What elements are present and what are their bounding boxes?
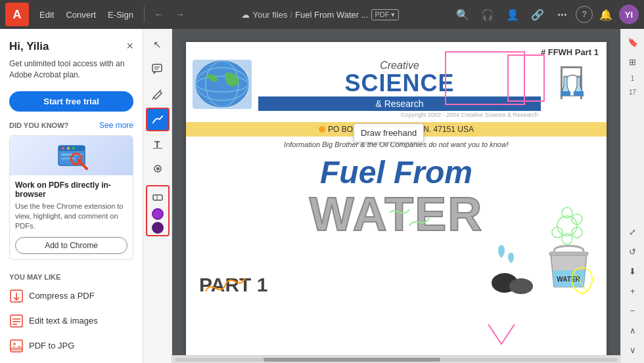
bell-button[interactable]: 🔔: [594, 3, 618, 26]
select-tool-button[interactable]: ↖: [146, 33, 170, 56]
color-purple-dot[interactable]: [152, 208, 164, 220]
compress-icon: [9, 289, 24, 303]
suggestion-pdf-to-jpg[interactable]: PDF to JPG: [0, 333, 143, 358]
search-button[interactable]: 🔍: [451, 3, 474, 26]
main-area: Hi, Yilia × Get unlimited tool access wi…: [0, 29, 644, 363]
address-dot: [319, 126, 325, 133]
scroll-up-button[interactable]: ∧: [624, 321, 642, 339]
bucket-svg: WATER: [544, 241, 593, 293]
svg-rect-25: [153, 195, 162, 200]
eraser-tool-button[interactable]: [149, 188, 167, 206]
zoom-out-button[interactable]: −: [624, 301, 642, 320]
start-trial-button[interactable]: Start free trial: [9, 91, 133, 112]
pdf-jpg-icon: [9, 339, 24, 353]
panel-greeting: Hi, Yilia: [9, 40, 49, 53]
download-button[interactable]: ⬇: [624, 262, 642, 280]
svg-rect-49: [549, 252, 588, 255]
tools-sidebar: ↖ T: [143, 29, 172, 363]
pdf-page-container[interactable]: # FFWH Part 1: [172, 29, 620, 355]
page-header-text: # FFWH Part 1: [541, 47, 599, 57]
add-to-chrome-button[interactable]: Add to Chrome: [15, 237, 127, 254]
you-may-like-label: YOU MAY LIKE: [0, 268, 143, 284]
draw-freehand-tool-button[interactable]: [146, 108, 170, 131]
part-1-text: PART 1: [199, 274, 485, 296]
address-text: PO BOX 557 New Albany, IN. 47151 USA: [328, 125, 474, 134]
pdf-page: # FFWH Part 1: [186, 42, 607, 355]
color-swatch-section: [146, 185, 170, 236]
text-tool-button[interactable]: T: [146, 133, 170, 156]
copyright-text: Copyright 2002 - 2004 Creative Science &…: [258, 111, 541, 119]
water-drops-svg: [485, 244, 538, 296]
svg-point-3: [67, 147, 70, 150]
link-button[interactable]: 🔗: [526, 3, 549, 26]
avatar[interactable]: YI: [619, 5, 639, 24]
thumbnails-button[interactable]: ⊞: [624, 53, 642, 71]
more-button[interactable]: •••: [551, 3, 574, 26]
app-icon: A: [5, 3, 29, 26]
toolbar-right: 🔍 🎧 👤 🔗 ••• ? 🔔 YI: [451, 3, 639, 26]
research-bar: & Research: [258, 96, 541, 111]
your-files-link[interactable]: Your files: [252, 10, 287, 20]
water-text: WATER: [199, 190, 593, 238]
draw-freehand-icon: [152, 114, 164, 125]
water-drops: [485, 244, 538, 296]
pdf-jpg-label: PDF to JPG: [29, 341, 74, 351]
toolbar-menu: Edit Convert E-Sign: [34, 7, 139, 22]
lab-svg: [547, 60, 600, 109]
dyk-card-body: Work on PDFs directly in-browser Use the…: [10, 175, 133, 259]
suggestion-compress[interactable]: Compress a PDF: [0, 284, 143, 309]
comment-icon: [152, 64, 164, 75]
svg-point-2: [62, 147, 64, 150]
refresh-button[interactable]: ↺: [624, 242, 642, 261]
user-button[interactable]: 👤: [501, 3, 524, 26]
right-sidebar: 🔖 ⊞ 1 17 ⤢ ↺ ⬇ + − ∧ ∨: [620, 29, 644, 363]
comment-tool-button[interactable]: [146, 58, 170, 81]
dyk-label: DID YOU KNOW?: [9, 121, 68, 129]
scroll-track[interactable]: [175, 358, 618, 362]
science-text: SCIENCE: [258, 72, 541, 95]
fit-button[interactable]: ⤢: [624, 223, 642, 241]
scroll-down-button[interactable]: ∨: [624, 341, 642, 359]
redo-button[interactable]: →: [171, 5, 189, 24]
pdf-viewer: Draw freehand: [172, 29, 620, 363]
zoom-in-button[interactable]: +: [624, 282, 642, 300]
fuel-from-text: Fuel From: [199, 156, 593, 190]
see-more-link[interactable]: See more: [99, 121, 133, 130]
help-button[interactable]: ?: [576, 6, 593, 23]
audio-button[interactable]: 🎧: [476, 3, 499, 26]
edit-icon: [9, 314, 24, 328]
compress-label: Compress a PDF: [29, 291, 95, 301]
svg-text:WATER: WATER: [557, 276, 580, 283]
panel-close-button[interactable]: ×: [126, 39, 133, 53]
text-icon: T: [152, 139, 164, 150]
pencil-icon: [152, 89, 164, 100]
svg-line-19: [152, 97, 154, 100]
lab-apparatus: [547, 60, 600, 119]
svg-text:✱: ✱: [156, 166, 160, 172]
pencil-tool-button[interactable]: [146, 83, 170, 106]
part-1-section: PART 1: [186, 238, 607, 303]
pdf-logo: [193, 60, 252, 109]
stamp-tool-button[interactable]: ✱: [146, 158, 170, 181]
pdf-title-section: Creative SCIENCE & Research Copyright 20…: [186, 60, 607, 122]
page-header: # FFWH Part 1: [186, 42, 607, 60]
scroll-thumb[interactable]: [264, 358, 441, 362]
menu-esign[interactable]: E-Sign: [103, 7, 139, 22]
menu-edit[interactable]: Edit: [34, 7, 59, 22]
cloud-icon: ☁: [241, 10, 250, 20]
science-title-block: Creative SCIENCE & Research Copyright 20…: [258, 60, 541, 119]
suggestion-edit[interactable]: Edit text & images: [0, 309, 143, 333]
svg-point-4: [72, 147, 75, 150]
undo-button[interactable]: ←: [150, 5, 168, 24]
svg-point-15: [13, 343, 16, 345]
bottom-scrollbar[interactable]: [172, 355, 620, 363]
svg-rect-10: [11, 315, 22, 327]
breadcrumb: ☁ Your files / Fuel From Water ... PDF ▾: [192, 9, 448, 20]
left-panel: Hi, Yilia × Get unlimited tool access wi…: [0, 29, 143, 363]
menu-convert[interactable]: Convert: [60, 7, 101, 22]
file-type-badge[interactable]: PDF ▾: [371, 9, 399, 20]
bookmark-button[interactable]: 🔖: [624, 33, 642, 51]
color-dark-purple-dot[interactable]: [152, 222, 164, 234]
total-pages: 17: [629, 89, 636, 96]
breadcrumb-area: ☁ Your files / Fuel From Water ... PDF ▾: [241, 9, 398, 20]
